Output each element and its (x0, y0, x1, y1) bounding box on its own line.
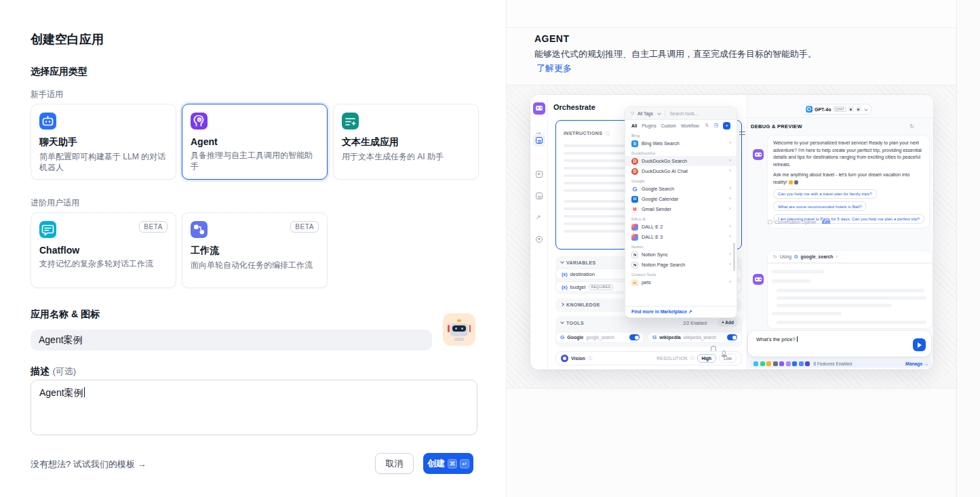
notion-icon (631, 252, 638, 258)
tool-card-google[interactable]: G Google google_search (555, 332, 644, 343)
debug-preview-title: DEBUG & PREVIEW (751, 123, 802, 130)
chevron-down-icon (560, 320, 564, 324)
detail-title: AGENT (534, 33, 570, 44)
provider-label: Notion (625, 245, 737, 249)
filter-icon: ▽ (631, 111, 634, 116)
chat-input-card[interactable]: What's the price? (748, 331, 931, 357)
feature-icon (779, 361, 784, 366)
tab-custom[interactable]: Custom (661, 123, 676, 128)
page-title: 创建空白应用 (31, 31, 104, 47)
tool-item[interactable]: pets (625, 277, 737, 287)
mic-capability-icon (848, 106, 854, 112)
tool-toggle-on[interactable] (629, 334, 640, 340)
beta-badge: BETA (290, 221, 319, 233)
duckduckgo-icon (631, 168, 638, 175)
tab-workflow[interactable]: Workflow (681, 123, 699, 128)
feature-icon (792, 361, 797, 366)
tool-item[interactable]: Google Calendar (625, 194, 737, 204)
description-label: 描述 (31, 365, 50, 376)
variable-icon: (x) (562, 285, 568, 290)
all-tags-filter[interactable]: All Tags (638, 111, 653, 116)
card-agent[interactable]: Agent 具备推理与自主工具调用的智能助手 (182, 104, 328, 180)
card-title: 聊天助手 (39, 136, 168, 148)
agent-icon (191, 113, 208, 130)
tool-item[interactable]: Notion Sync (625, 250, 737, 260)
marketplace-footer-link[interactable]: Find more in Marketplace ↗ (625, 306, 737, 317)
prompt-log-icon[interactable] (536, 171, 543, 178)
logs-icon[interactable] (536, 193, 543, 199)
tool-provider: Google (567, 335, 583, 340)
learn-more-link[interactable]: 了解更多 (536, 62, 572, 75)
sort-icon[interactable]: ⇅ (705, 123, 709, 128)
tool-id: google_search (586, 335, 614, 340)
card-desc: 简单配置即可构建基于 LLM 的对话机器人 (39, 151, 168, 173)
manage-features-link[interactable]: Manage → (905, 361, 928, 366)
app-name-label: 应用名称 & 图标 (31, 309, 100, 321)
cancel-button[interactable]: 取消 (375, 453, 414, 474)
tool-item[interactable]: DALL·E 2 (625, 222, 737, 232)
tool-item-highlighted[interactable]: DuckDuckGo Search (625, 156, 737, 166)
skeleton-line (772, 279, 811, 283)
create-button[interactable]: 创建 ⌘ ↵ (423, 453, 473, 474)
text-caret (797, 336, 798, 342)
tool-item[interactable]: DuckDuckGo AI Chat (625, 166, 737, 176)
skeleton-line (777, 304, 892, 307)
tab-plugins[interactable]: Plugins (642, 123, 656, 128)
preview-sidebar (530, 95, 548, 370)
tools-header[interactable]: TOOLS (561, 321, 584, 325)
using-label: Using (780, 254, 791, 259)
mic-icon[interactable] (722, 351, 726, 355)
attachment-icon[interactable] (711, 346, 716, 351)
tool-invocation-row[interactable]: ↻ Using G google_search › (768, 251, 932, 262)
right-top-strip (507, 0, 957, 28)
app-name-value: Agent案例 (39, 334, 83, 346)
tool-toggle-on[interactable] (727, 334, 737, 340)
card-workflow[interactable]: BETA 工作流 面向单轮自动化任务的编排工作流 (182, 212, 328, 288)
choose-type-heading: 选择应用类型 (31, 66, 87, 78)
skeleton-line (772, 270, 824, 273)
tools-enabled-count: 2/2 Enabled (683, 321, 707, 325)
description-textarea[interactable]: Agent案例 (31, 380, 477, 435)
tool-item[interactable]: Google Search (625, 184, 737, 194)
add-tool-button[interactable]: + Add (718, 318, 738, 327)
vision-label: Vision (571, 356, 585, 361)
publish-nav-icon[interactable] (536, 214, 543, 221)
suggested-question-chip[interactable]: What are some recommended hotels in Bali… (773, 201, 866, 211)
add-custom-tool-button[interactable]: + (723, 122, 730, 130)
robot-ear (448, 325, 450, 332)
card-desc: 支持记忆的复杂多轮对话工作流 (39, 258, 168, 269)
tool-item[interactable]: Notion Page Search (625, 260, 737, 270)
card-text-generation[interactable]: 文本生成应用 用于文本生成任务的 AI 助手 (333, 104, 479, 180)
chat-mode-badge: CHAT (834, 106, 846, 112)
bot-avatar (753, 274, 764, 285)
tab-all[interactable]: All (631, 123, 637, 128)
template-hint-link[interactable]: 没有想法? 试试我们的模板 → (31, 458, 146, 471)
card-title: Agent (191, 136, 319, 147)
model-selector[interactable]: GPT-4o CHAT (802, 104, 871, 115)
resolution-high-chip[interactable]: High (697, 354, 716, 363)
search-tools-input[interactable]: Search tools... (670, 111, 699, 116)
tool-provider: wikipedia (659, 335, 681, 340)
tool-card-wikipedia[interactable]: G wikipedia wikipedia_search (648, 332, 742, 343)
popup-scrollbar[interactable] (733, 243, 735, 271)
google-icon (631, 186, 638, 193)
history-nav-icon[interactable] (536, 236, 543, 243)
card-chatflow[interactable]: BETA Chatflow 支持记忆的复杂多轮对话工作流 (31, 212, 176, 288)
tool-item[interactable]: DALL·E 3 (625, 232, 737, 242)
send-button[interactable] (913, 338, 926, 351)
workflow-icon (191, 221, 208, 238)
debug-settings-icon[interactable] (739, 130, 745, 136)
tool-item[interactable]: Bing Web Search (625, 138, 737, 148)
app-name-input[interactable]: Agent案例 (31, 330, 432, 351)
tag-icon[interactable]: ◳ (713, 123, 718, 128)
orchestrate-tab-active[interactable] (533, 134, 545, 146)
opener-edit-link[interactable]: Edit (822, 220, 830, 224)
card-chat-assistant[interactable]: 聊天助手 简单配置即可构建基于 LLM 的对话机器人 (31, 104, 176, 180)
suggested-question-chip[interactable]: Can you help me with a travel plan for f… (773, 189, 877, 199)
tool-item[interactable]: Gmail Sender (625, 204, 737, 214)
refresh-icon[interactable]: ↻ (909, 123, 914, 130)
app-icon-picker[interactable] (443, 313, 475, 346)
model-name: GPT-4o (815, 107, 831, 112)
variables-header[interactable]: VARIABLES (561, 260, 596, 265)
create-button-label: 创建 (427, 458, 445, 470)
